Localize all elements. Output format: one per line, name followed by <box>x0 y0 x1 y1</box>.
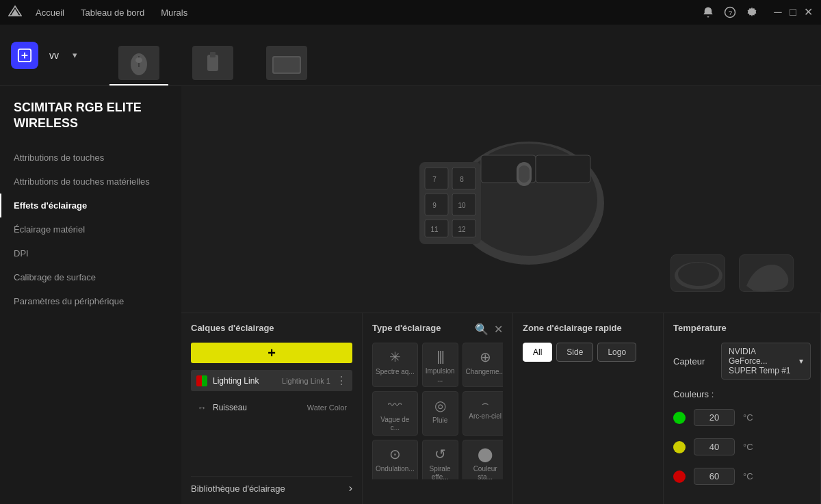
device-mouse-img <box>118 46 159 80</box>
lighting-cell-arc-en-ciel[interactable]: ⌢ Arc-en-ciel <box>462 391 503 436</box>
temp-value-1[interactable]: 20 <box>694 409 735 426</box>
couleur-statique-icon: ⬤ <box>478 446 493 462</box>
profile-badge[interactable] <box>11 42 38 69</box>
svg-point-7 <box>135 57 142 63</box>
lighting-cell-impulsion[interactable]: ||| Impulsion ... <box>422 343 458 387</box>
help-icon[interactable]: ? <box>724 6 736 18</box>
lighting-search-icon[interactable]: 🔍 <box>475 323 488 336</box>
lighting-types-header: Type d'éclairage 🔍 ✕ <box>372 323 503 336</box>
nav-accueil[interactable]: Accueil <box>36 8 64 18</box>
svg-rect-30 <box>519 165 530 183</box>
svg-text:12: 12 <box>458 226 466 233</box>
sidebar-item-hw-lighting[interactable]: Éclairage matériel <box>0 217 181 241</box>
settings-icon[interactable] <box>746 6 758 18</box>
layer-sub-ruisseau: Water Color <box>307 403 347 412</box>
layer-item-ruisseau[interactable]: ↔ Ruisseau Water Color <box>191 398 352 417</box>
temp-value-3[interactable]: 60 <box>694 468 735 485</box>
panel-zone: Zone d'éclairage rapide All Side Logo <box>513 313 664 504</box>
temp-sensor-row: Capteur NVIDIA GeForce... SUPER Temp #1 … <box>673 343 811 380</box>
close-button[interactable]: ✕ <box>803 8 813 17</box>
device-bar: vv ▾ <box>0 25 821 86</box>
temp-color-row-2: 40 °C <box>673 436 811 458</box>
profile-dropdown-arrow[interactable]: ▾ <box>73 50 77 60</box>
panel-layers: Calques d'éclairage + Lighting Link Ligh… <box>181 313 363 504</box>
device-dongle-img <box>192 46 233 80</box>
library-label: Bibliothèque d'éclairage <box>191 483 285 494</box>
temp-color-row-1: 20 °C <box>673 406 811 429</box>
layer-item-lighting-link[interactable]: Lighting Link Lighting Link 1 ⋮ <box>191 370 352 391</box>
sidebar-item-hw-key-assign[interactable]: Attributions de touches matérielles <box>0 170 181 194</box>
svg-rect-16 <box>452 168 475 189</box>
window-controls: ─ □ ✕ <box>773 8 813 17</box>
arc-en-ciel-icon: ⌢ <box>482 397 489 410</box>
sensor-dropdown-icon: ▾ <box>799 356 803 366</box>
color-dot-yellow[interactable] <box>673 441 686 453</box>
bottom-panels: Calques d'éclairage + Lighting Link Ligh… <box>181 313 821 504</box>
nav-tableau[interactable]: Tableau de bord <box>81 8 144 18</box>
ondulation-icon: ⊙ <box>389 446 401 462</box>
impulsion-icon: ||| <box>436 349 443 364</box>
panel-lighting-types: Type d'éclairage 🔍 ✕ ✳ Spectre aq... |||… <box>363 313 513 504</box>
sidebar-item-surface-cal[interactable]: Calibrage de surface <box>0 265 181 289</box>
temp-unit-3: °C <box>743 471 753 481</box>
device-tab-dongle[interactable] <box>176 25 250 85</box>
content-area: 7 8 9 10 11 12 <box>181 86 821 504</box>
device-title: SCIMITAR RGB ELITEWIRELESS <box>0 100 181 146</box>
add-layer-button[interactable]: + <box>191 343 352 363</box>
svg-rect-28 <box>536 155 590 183</box>
impulsion-label: Impulsion ... <box>426 367 455 384</box>
minimize-button[interactable]: ─ <box>773 8 783 17</box>
layer-more-icon[interactable]: ⋮ <box>336 374 347 387</box>
zone-buttons: All Side Logo <box>523 343 653 362</box>
sensor-label: Capteur <box>673 356 714 367</box>
profile-name: vv <box>49 50 59 61</box>
notification-icon[interactable] <box>702 6 714 18</box>
nav-murals[interactable]: Murals <box>161 8 187 18</box>
changement-label: Changeme... <box>466 368 503 376</box>
temperature-title: Température <box>673 323 811 333</box>
lighting-cell-spirale[interactable]: ↺ Spirale effe... <box>422 440 458 479</box>
accessories-area <box>670 254 794 292</box>
maximize-button[interactable]: □ <box>788 8 798 17</box>
lighting-cell-ondulation[interactable]: ⊙ Ondulation... <box>372 440 418 479</box>
lighting-types-actions: 🔍 ✕ <box>475 323 503 336</box>
lighting-cell-changement[interactable]: ⊕ Changeme... <box>462 343 503 387</box>
panel-temperature: Température Capteur NVIDIA GeForce... SU… <box>664 313 821 504</box>
device-tab-mouse[interactable] <box>102 25 176 85</box>
lighting-cell-pluie[interactable]: ◎ Pluie <box>422 391 458 436</box>
sensor-value: NVIDIA GeForce... SUPER Temp #1 <box>729 347 795 375</box>
ondulation-label: Ondulation... <box>376 465 415 473</box>
changement-icon: ⊕ <box>480 349 491 365</box>
svg-text:11: 11 <box>430 226 439 233</box>
titlebar: Accueil Tableau de bord Murals ? ─ □ ✕ <box>0 0 821 25</box>
svg-text:7: 7 <box>432 176 436 183</box>
sidebar-item-key-assign[interactable]: Attributions de touches <box>0 146 181 170</box>
svg-text:8: 8 <box>460 176 464 183</box>
device-tab-mousepad[interactable] <box>250 25 324 85</box>
zone-title: Zone d'éclairage rapide <box>523 323 653 333</box>
titlebar-actions: ? ─ □ ✕ <box>702 6 813 18</box>
zone-btn-all[interactable]: All <box>523 343 552 362</box>
temp-value-2[interactable]: 40 <box>694 438 735 455</box>
sidebar: SCIMITAR RGB ELITEWIRELESS Attributions … <box>0 86 181 504</box>
svg-rect-9 <box>210 52 216 57</box>
color-dot-red[interactable] <box>673 470 686 483</box>
sensor-select[interactable]: NVIDIA GeForce... SUPER Temp #1 ▾ <box>721 343 811 380</box>
sidebar-item-device-settings[interactable]: Paramètres du périphérique <box>0 289 181 313</box>
couleur-statique-label: Couleur sta... <box>466 465 503 479</box>
svg-text:10: 10 <box>458 202 466 209</box>
zone-btn-logo[interactable]: Logo <box>597 343 636 362</box>
sidebar-item-lighting-fx[interactable]: Effets d'éclairage <box>0 194 181 217</box>
sidebar-item-dpi[interactable]: DPI <box>0 241 181 265</box>
lighting-close-icon[interactable]: ✕ <box>494 323 503 336</box>
lighting-cell-spectre[interactable]: ✳ Spectre aq... <box>372 343 418 387</box>
svg-rect-17 <box>425 194 448 215</box>
lighting-cell-vague[interactable]: 〰 Vague de c... <box>372 391 418 436</box>
layers-title: Calques d'éclairage <box>191 323 352 333</box>
lighting-cell-couleur-statique[interactable]: ⬤ Couleur sta... <box>462 440 503 479</box>
zone-btn-side[interactable]: Side <box>556 343 593 362</box>
color-dot-green[interactable] <box>673 412 686 424</box>
corsair-logo-icon <box>8 5 22 19</box>
layers-footer[interactable]: Bibliothèque d'éclairage › <box>191 476 352 494</box>
accessory-hand <box>739 254 794 292</box>
